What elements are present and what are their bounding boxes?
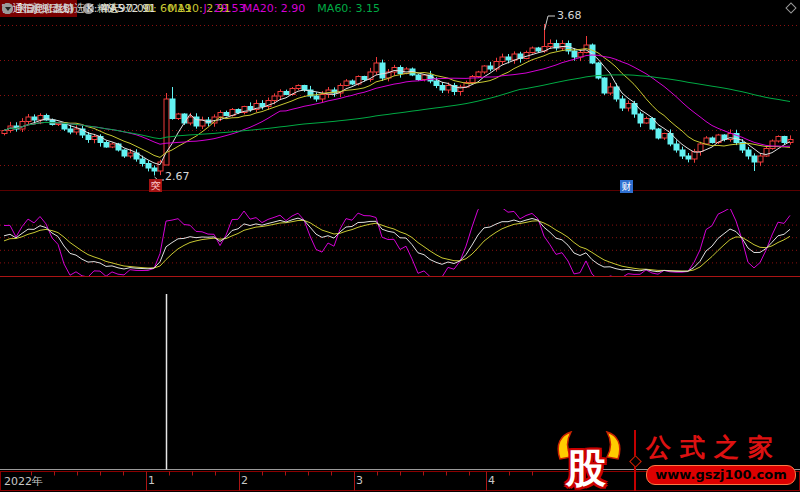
kdj-d-line [4, 220, 790, 271]
logo-site-url: www.gszj100.com [646, 465, 796, 485]
logo-site-name: 公式之家 [646, 434, 798, 462]
finance-news-badge[interactable]: 财 [620, 180, 633, 193]
high-price-label: 3.68 [557, 9, 582, 22]
candlesticks [2, 24, 793, 176]
axis-label: 3 [356, 474, 363, 487]
indicator3-title[interactable]: 庄家控盘精选 [19, 0, 85, 17]
axis-label: 4 [488, 474, 495, 487]
chevron-down-icon[interactable] [2, 3, 13, 14]
indicator3-value: 精选: 0.00 [97, 0, 151, 17]
breakout-marker-badge[interactable]: 突 [149, 179, 162, 192]
chart-canvas[interactable] [0, 0, 800, 492]
ma-lines [4, 47, 790, 165]
gszj-watermark-logo: 股 公式之家 www.gszj100.com [548, 429, 798, 492]
annotation-pointers [155, 16, 556, 180]
logo-gu-char: 股 [566, 441, 606, 492]
axis-label: 2022年 [4, 474, 43, 489]
stock-app-window: 富通信息(日线) MA5: 2.91 MA10: 2.91 MA20: 2.90… [0, 0, 800, 492]
indicator3-header: 庄家控盘精选 精选: 0.00 [0, 0, 800, 17]
axis-label: 2 [241, 474, 248, 487]
ma5-line [4, 47, 790, 165]
diamond-icon [629, 455, 642, 468]
axis-label: 1 [148, 474, 155, 487]
kdj-lines [4, 204, 790, 281]
low-price-label: 2.67 [165, 170, 190, 183]
kdj-j-line [4, 204, 790, 281]
ma60-line [4, 75, 790, 139]
logo-bull-mark: 股 [552, 431, 624, 491]
logo-divider [628, 430, 642, 491]
